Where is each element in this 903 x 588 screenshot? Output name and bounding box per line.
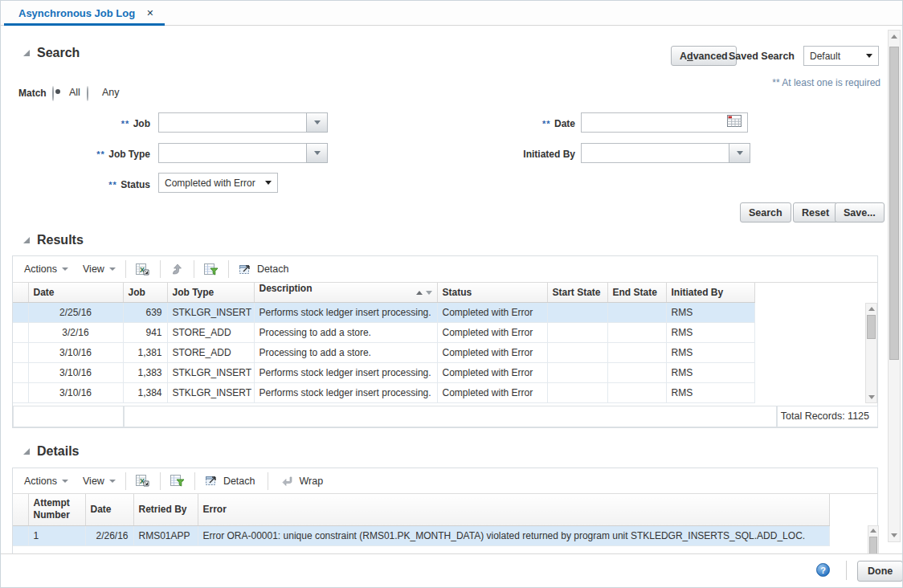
search-section-title: Search: [37, 46, 80, 60]
reset-button[interactable]: Reset: [793, 202, 838, 223]
query-by-example-icon[interactable]: [204, 263, 219, 276]
column-header-date[interactable]: Date: [85, 494, 133, 525]
details-section-header[interactable]: Details: [23, 444, 79, 459]
divider: [846, 561, 847, 580]
cell-end-state: [607, 363, 666, 383]
collapse-triangle-icon: [23, 448, 30, 455]
page-scrollbar[interactable]: [888, 30, 901, 542]
table-row[interactable]: 3/10/161,383STKLGR_INSERTPerforms stock …: [13, 363, 754, 383]
chevron-down-icon: [62, 267, 68, 271]
saved-search-select[interactable]: Default: [803, 46, 879, 66]
cell-end-state: [607, 383, 666, 403]
sort-ascending-icon[interactable]: [416, 291, 423, 295]
status-field-label: ** Status: [1, 177, 150, 191]
actions-menu[interactable]: Actions: [24, 263, 68, 275]
cell-initiated-by: RMS: [666, 303, 754, 323]
export-to-excel-icon[interactable]: X: [136, 474, 150, 488]
table-row[interactable]: 3/10/161,381STORE_ADDProcessing to add a…: [13, 343, 754, 363]
chevron-down-icon: [265, 181, 272, 185]
cell-job-type: STKLGR_INSERT: [167, 363, 254, 383]
table-row[interactable]: 2/25/16639STKLGR_INSERTPerforms stock le…: [13, 303, 754, 323]
cell-job-type: STORE_ADD: [167, 343, 254, 363]
chevron-down-icon: [866, 54, 872, 58]
date-input[interactable]: [581, 112, 748, 133]
chevron-down-icon: [109, 267, 116, 271]
column-header-description[interactable]: Description: [254, 283, 437, 303]
column-header-end-state[interactable]: End State: [607, 283, 666, 303]
chevron-down-icon: [62, 480, 68, 483]
match-all-label: All: [69, 87, 80, 98]
detach-label[interactable]: Detach: [257, 263, 289, 275]
job-input[interactable]: [158, 112, 307, 133]
cell-job: 639: [123, 303, 167, 323]
cell-job: 941: [123, 323, 167, 343]
job-type-field-label: ** Job Type: [1, 146, 150, 161]
detach-icon[interactable]: [239, 263, 252, 276]
match-any-radio[interactable]: [87, 86, 88, 101]
column-header-job[interactable]: Job: [123, 283, 167, 303]
table-row[interactable]: 12/26/16RMS01APPError ORA-00001: unique …: [13, 525, 829, 545]
column-header-job-type[interactable]: Job Type: [167, 283, 254, 303]
column-header-initiated-by[interactable]: Initiated By: [666, 283, 754, 303]
tab-active-indicator: [4, 23, 165, 26]
rollup-arrow-icon[interactable]: [170, 263, 184, 276]
results-table-scrollbar[interactable]: [865, 303, 877, 403]
cell-job-type: STKLGR_INSERT: [167, 383, 254, 403]
wrap-label[interactable]: Wrap: [299, 476, 323, 487]
column-header-retried-by[interactable]: Retried By: [133, 494, 198, 525]
help-icon[interactable]: ?: [816, 563, 830, 577]
results-panel: Actions View X: [12, 255, 878, 428]
job-type-input[interactable]: [158, 143, 307, 163]
wrap-icon[interactable]: [281, 475, 294, 488]
column-header-attempt-number[interactable]: Attempt Number: [28, 494, 85, 525]
scroll-up-icon[interactable]: [891, 35, 897, 39]
done-button[interactable]: Done: [857, 561, 903, 582]
scrollbar-thumb[interactable]: [869, 537, 877, 554]
required-note: ** At least one is required: [692, 77, 881, 88]
initiated-by-input[interactable]: [581, 143, 729, 163]
search-section-header[interactable]: Search: [23, 46, 80, 60]
advanced-button[interactable]: Advanced: [671, 46, 737, 66]
detach-label[interactable]: Detach: [223, 476, 255, 487]
details-toolbar: Actions View X: [13, 468, 877, 494]
table-row[interactable]: 3/2/16941STORE_ADDProcessing to add a st…: [13, 323, 754, 343]
column-header-date[interactable]: Date: [28, 283, 123, 303]
sort-descending-icon[interactable]: [426, 291, 432, 295]
job-dropdown-button[interactable]: [306, 112, 328, 133]
column-header-error[interactable]: Error: [198, 494, 829, 525]
table-row[interactable]: 3/10/161,384STKLGR_INSERTPerforms stock …: [13, 383, 754, 403]
view-menu[interactable]: View: [83, 476, 116, 487]
scroll-up-icon[interactable]: [868, 307, 875, 311]
tab-close-icon[interactable]: ✕: [146, 9, 153, 18]
scrollbar-thumb[interactable]: [889, 47, 899, 360]
scroll-up-icon[interactable]: [870, 529, 876, 533]
results-section-title: Results: [37, 233, 84, 247]
cell-retried-by: RMS01APP: [133, 525, 198, 545]
row-select-cell: [13, 383, 28, 403]
query-by-example-icon[interactable]: [170, 474, 185, 488]
column-header-start-state[interactable]: Start State: [547, 283, 607, 303]
save-button[interactable]: Save...: [835, 202, 885, 223]
actions-menu[interactable]: Actions: [24, 476, 68, 487]
view-menu[interactable]: View: [83, 263, 116, 275]
calendar-icon[interactable]: [727, 115, 742, 128]
cell-status: Completed with Error: [437, 303, 547, 323]
search-button[interactable]: Search: [740, 202, 791, 223]
export-to-excel-icon[interactable]: X: [136, 263, 150, 276]
column-header-status[interactable]: Status: [437, 283, 547, 303]
scroll-down-icon[interactable]: [891, 533, 897, 537]
details-table-scrollbar[interactable]: [868, 525, 879, 554]
job-type-dropdown-button[interactable]: [306, 143, 328, 163]
scrollbar-thumb[interactable]: [867, 315, 876, 339]
results-section-header[interactable]: Results: [23, 233, 84, 247]
cell-initiated-by: RMS: [666, 323, 754, 343]
match-all-radio[interactable]: [52, 86, 54, 101]
tab-asynchronous-job-log[interactable]: Asynchronous Job Log ✕: [4, 1, 165, 26]
cell-job: 1,383: [123, 363, 167, 383]
scroll-down-icon[interactable]: [868, 395, 875, 399]
job-field-label: ** Job: [1, 116, 150, 130]
status-select[interactable]: Completed with Error: [158, 173, 278, 193]
initiated-by-field-label: Initiated By: [451, 146, 575, 161]
initiated-by-dropdown-button[interactable]: [729, 143, 750, 163]
detach-icon[interactable]: [205, 474, 219, 488]
